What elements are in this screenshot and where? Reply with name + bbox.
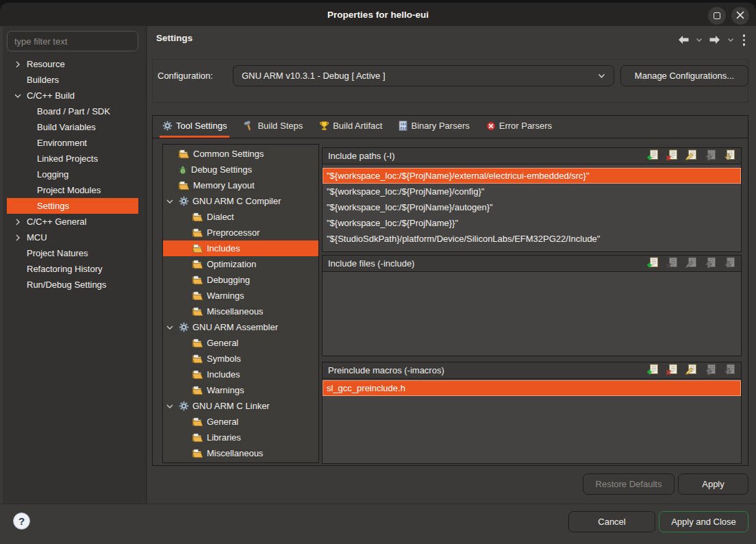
- forward-button[interactable]: [709, 35, 721, 45]
- sidebar-item-run-debug-settings[interactable]: Run/Debug Settings: [7, 277, 138, 293]
- tool-tree-item-miscellaneous[interactable]: Miscellaneous: [163, 445, 318, 461]
- tool-tree-item-gnu-arm-c-compiler[interactable]: GNU ARM C Compiler: [163, 193, 318, 209]
- panel-title: Preinclude macros (-imacros): [328, 365, 646, 375]
- list-item[interactable]: sl_gcc_preinclude.h: [323, 380, 741, 396]
- back-history-chevron-icon[interactable]: [696, 38, 703, 42]
- sidebar-item-project-modules[interactable]: Project Modules: [7, 182, 138, 198]
- sidebar-item-resource[interactable]: Resource: [7, 56, 138, 72]
- twisty-collapsed-icon[interactable]: [14, 218, 22, 226]
- sidebar-item-linked-projects[interactable]: Linked Projects: [7, 151, 138, 166]
- twisty-collapsed-icon[interactable]: [14, 234, 22, 242]
- tool-tree-item-label: Libraries: [207, 432, 241, 443]
- forward-history-chevron-icon[interactable]: [727, 38, 734, 42]
- sidebar-item-label: Logging: [37, 169, 68, 180]
- tool-tree-item-symbols[interactable]: Symbols: [163, 351, 318, 367]
- cancel-button[interactable]: Cancel: [568, 511, 655, 532]
- tool-tree-item-miscellaneous[interactable]: Miscellaneous: [163, 304, 318, 319]
- tool-tree-item-general[interactable]: General: [163, 414, 318, 430]
- tool-tree-item-debug-settings[interactable]: Debug Settings: [163, 162, 318, 177]
- include-paths-list[interactable]: "${workspace_loc:/${ProjName}/external/e…: [323, 164, 741, 251]
- include-paths-panel: Include paths (-I) "${workspace_loc:/${P…: [322, 147, 742, 252]
- sidebar-item-label: Resource: [27, 59, 65, 69]
- tab-error-parsers[interactable]: Error Parsers: [483, 116, 555, 138]
- folder-icon: [192, 338, 203, 348]
- sidebar-item-logging[interactable]: Logging: [7, 166, 138, 182]
- add-button[interactable]: [646, 258, 659, 270]
- sidebar-item-build-variables[interactable]: Build Variables: [7, 119, 138, 135]
- move-down-button: [722, 364, 735, 377]
- list-item[interactable]: "${workspace_loc:/${ProjName}/external/e…: [323, 168, 741, 184]
- tab-tool-settings[interactable]: Tool Settings: [160, 116, 229, 138]
- twisty-spacer: [14, 249, 22, 258]
- include-files-list[interactable]: [323, 272, 741, 356]
- help-button[interactable]: ?: [13, 512, 30, 530]
- delete-button[interactable]: [665, 150, 678, 162]
- sidebar-item-mcu[interactable]: MCU: [7, 230, 138, 245]
- tool-tree-item-label: General: [207, 338, 238, 348]
- add-button[interactable]: [646, 364, 659, 377]
- sidebar-item-settings[interactable]: Settings: [7, 198, 138, 214]
- edit-button[interactable]: [684, 150, 697, 162]
- tab-build-artifact[interactable]: Build Artifact: [316, 116, 385, 138]
- tool-tree-item-includes[interactable]: Includes: [163, 367, 318, 382]
- restore-defaults-button[interactable]: Restore Defaults: [583, 473, 675, 495]
- tab-label: Binary Parsers: [411, 121, 469, 131]
- sidebar-item-c-c-general[interactable]: C/C++ General: [7, 214, 138, 230]
- tool-tree-item-debugging[interactable]: Debugging: [163, 272, 318, 288]
- sidebar-item-label: Linked Projects: [37, 153, 98, 164]
- configuration-value: GNU ARM v10.3.1 - Debug [ Active ]: [242, 71, 598, 81]
- edit-button[interactable]: [684, 364, 697, 377]
- twisty-expanded-icon[interactable]: [166, 197, 174, 206]
- question-mark-icon: ?: [18, 515, 25, 527]
- tool-tree-item-warnings[interactable]: Warnings: [163, 288, 318, 304]
- filter-input[interactable]: [7, 31, 138, 51]
- move-down-button[interactable]: [722, 150, 735, 162]
- tab-build-steps[interactable]: Build Steps: [240, 116, 305, 138]
- tool-tree-item-warnings[interactable]: Warnings: [163, 382, 318, 398]
- sidebar-item-builders[interactable]: Builders: [7, 72, 138, 88]
- list-item[interactable]: "${workspace_loc:/${ProjName}/autogen}": [323, 199, 741, 215]
- tool-tree-item-label: Debugging: [207, 275, 250, 285]
- sidebar-item-c-c-build[interactable]: C/C++ Build: [7, 88, 138, 103]
- include-files-panel: Include files (-include): [322, 255, 742, 356]
- sidebar-item-project-natures[interactable]: Project Natures: [7, 245, 138, 261]
- sidebar: ResourceBuildersC/C++ BuildBoard / Part …: [3, 26, 147, 504]
- list-item[interactable]: "${workspace_loc:/${ProjName}/config}": [323, 184, 741, 199]
- preinclude-macros-list[interactable]: sl_gcc_preinclude.h: [323, 379, 741, 463]
- add-button[interactable]: [646, 150, 659, 162]
- configuration-select[interactable]: GNU ARM v10.3.1 - Debug [ Active ]: [233, 65, 614, 86]
- sidebar-item-refactoring-history[interactable]: Refactoring History: [7, 261, 138, 277]
- view-menu-button[interactable]: [740, 34, 748, 46]
- move-down-icon: [723, 364, 735, 378]
- tool-tree-item-label: Common Settings: [193, 149, 264, 159]
- tool-tree-item-optimization[interactable]: Optimization: [163, 256, 318, 272]
- sidebar-item-board-part-sdk[interactable]: Board / Part / SDK: [7, 103, 138, 119]
- tab-binary-parsers[interactable]: 101010Binary Parsers: [396, 116, 472, 138]
- twisty-expanded-icon[interactable]: [166, 402, 174, 410]
- tool-tree-item-gnu-arm-c-linker[interactable]: GNU ARM C Linker: [163, 398, 318, 414]
- tool-tree-item-label: Preprocessor: [207, 227, 260, 238]
- tool-tree-item-gnu-arm-assembler[interactable]: GNU ARM Assembler: [163, 319, 318, 335]
- close-button[interactable]: [731, 7, 749, 25]
- apply-and-close-button[interactable]: Apply and Close: [659, 511, 748, 532]
- twisty-collapsed-icon[interactable]: [14, 60, 22, 69]
- move-down-icon: [723, 149, 735, 163]
- twisty-expanded-icon[interactable]: [14, 92, 22, 100]
- folder-icon: [192, 212, 203, 222]
- manage-configurations-button[interactable]: Manage Configurations...: [620, 65, 748, 86]
- list-item[interactable]: "${StudioSdkPath}/platform/Device/Silico…: [323, 231, 741, 247]
- maximize-button[interactable]: [708, 7, 726, 25]
- tool-tree-item-includes[interactable]: Includes: [163, 240, 318, 256]
- tool-tree-item-preprocessor[interactable]: Preprocessor: [163, 225, 318, 240]
- list-item[interactable]: "${workspace_loc:/${ProjName}}": [323, 215, 741, 231]
- back-button[interactable]: [677, 35, 690, 45]
- tool-tree-item-libraries[interactable]: Libraries: [163, 430, 318, 445]
- twisty-expanded-icon[interactable]: [166, 323, 174, 332]
- tool-tree-item-dialect[interactable]: Dialect: [163, 209, 318, 225]
- tool-tree-item-general[interactable]: General: [163, 335, 318, 351]
- tool-tree-item-memory-layout[interactable]: Memory Layout: [163, 177, 318, 193]
- delete-button[interactable]: [665, 364, 678, 377]
- apply-button[interactable]: Apply: [678, 473, 748, 495]
- tool-tree-item-common-settings[interactable]: Common Settings: [163, 146, 318, 162]
- sidebar-item-environment[interactable]: Environment: [7, 135, 138, 151]
